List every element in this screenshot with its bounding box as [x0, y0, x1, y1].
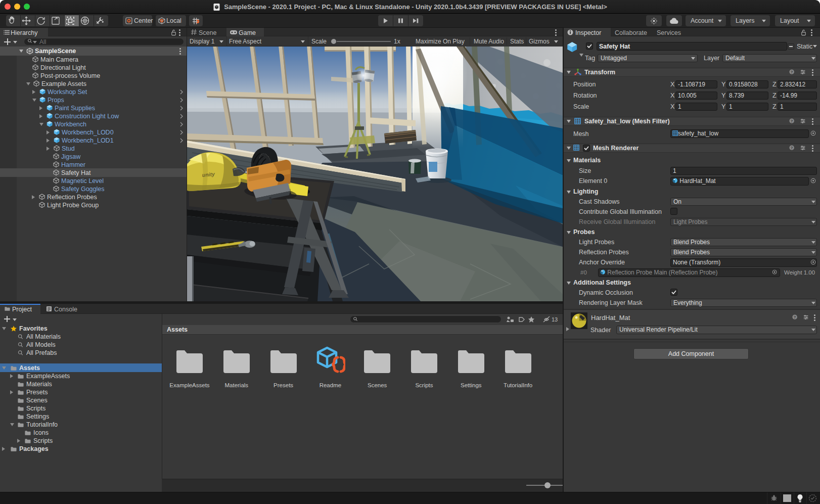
- svg-text:13: 13: [552, 316, 558, 323]
- svg-text:unity: unity: [202, 171, 215, 178]
